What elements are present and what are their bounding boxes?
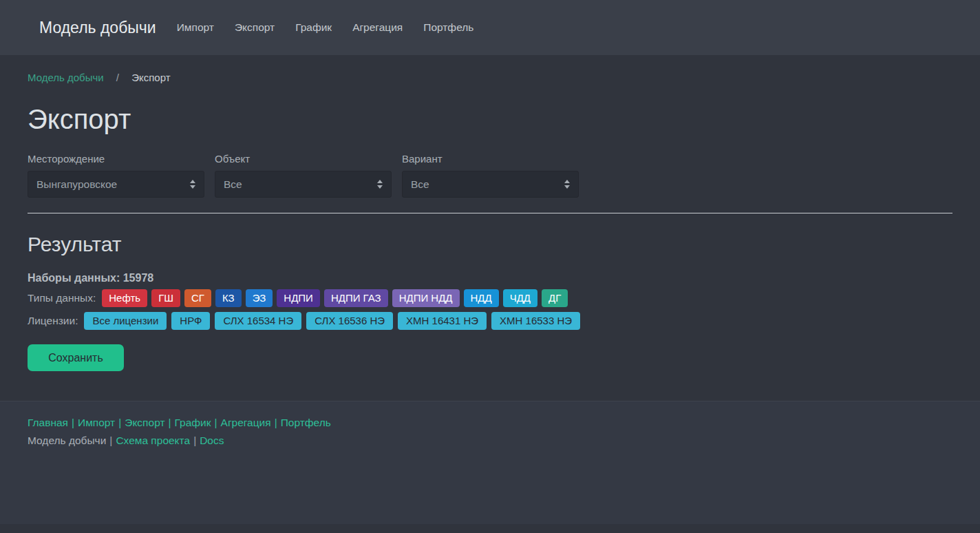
footer-link-export[interactable]: Экспорт [125, 417, 164, 428]
datasets-count-label: Наборы данных: [28, 272, 120, 284]
result-heading: Результат [0, 233, 980, 256]
license-button-all[interactable]: Все лицензии [84, 312, 167, 330]
footer-link-aggregation[interactable]: Агрегация [221, 417, 271, 428]
nav-item-portfolio[interactable]: Портфель [423, 21, 473, 34]
object-label: Объект [215, 153, 392, 165]
footer-link-project-schema[interactable]: Схема проекта [116, 435, 190, 446]
save-button[interactable]: Сохранить [28, 344, 124, 371]
nav-item-aggregation[interactable]: Агрегация [352, 21, 403, 34]
filter-field: Месторождение Вынгапуровское [28, 153, 204, 198]
filters-row: Месторождение Вынгапуровское Объект Все … [0, 153, 980, 198]
footer-separator: | [72, 417, 74, 428]
type-badge-kz[interactable]: КЗ [215, 289, 242, 307]
footer-separator: | [193, 435, 196, 446]
footer-separator: | [109, 435, 112, 446]
type-badge-sg[interactable]: СГ [184, 289, 211, 307]
section-divider [28, 213, 952, 213]
navbar: Модель добычи Импорт Экспорт График Агре… [0, 0, 980, 55]
footer: Главная|Импорт|Экспорт|График|Агрегация|… [0, 401, 980, 524]
license-button-slh-16536[interactable]: СЛХ 16536 НЭ [306, 312, 393, 330]
type-badge-ez[interactable]: ЭЗ [246, 289, 273, 307]
footer-link-chart[interactable]: График [175, 417, 211, 428]
footer-link-docs[interactable]: Docs [200, 435, 224, 446]
object-select[interactable]: Все [215, 171, 392, 198]
footer-secondary: Модель добычи|Схема проекта|Docs [28, 432, 952, 450]
breadcrumb-separator: / [116, 72, 119, 83]
footer-separator: | [169, 417, 171, 428]
app-brand[interactable]: Модель добычи [39, 19, 156, 37]
type-badge-ndpi[interactable]: НДПИ [277, 289, 320, 307]
type-badge-dg[interactable]: ДГ [542, 289, 568, 307]
type-badge-ndpi-ndd[interactable]: НДПИ НДД [392, 289, 460, 307]
type-badge-neft[interactable]: Нефть [102, 289, 147, 307]
filter-variant: Вариант Все [402, 153, 579, 198]
breadcrumb: Модель добычи / Экспорт [0, 55, 980, 83]
license-button-hmn-16533[interactable]: ХМН 16533 НЭ [491, 312, 580, 330]
footer-brand-text: Модель добычи [28, 435, 106, 446]
datasets-count-value: 15978 [123, 272, 154, 284]
type-badge-ndpi-gaz[interactable]: НДПИ ГАЗ [324, 289, 388, 307]
breadcrumb-home-link[interactable]: Модель добычи [28, 72, 104, 83]
footer-link-portfolio[interactable]: Портфель [281, 417, 331, 428]
variant-label: Вариант [402, 153, 579, 165]
object-select-value: Все [224, 178, 242, 191]
type-badge-ndd[interactable]: НДД [464, 289, 499, 307]
type-badge-gsh[interactable]: ГШ [151, 289, 180, 307]
field-label: Месторождение [28, 153, 204, 165]
footer-separator: | [275, 417, 277, 428]
nav-item-export[interactable]: Экспорт [235, 21, 275, 34]
chevron-up-down-icon [377, 180, 383, 189]
datasets-count: Наборы данных: 15978 [0, 272, 980, 284]
licenses-label: Лицензии: [28, 315, 78, 327]
export-page: Экспорт Месторождение Вынгапуровское Объ… [0, 104, 980, 371]
field-select-value: Вынгапуровское [36, 178, 117, 191]
chevron-up-down-icon [190, 180, 195, 189]
license-button-hmn-16431[interactable]: ХМН 16431 НЭ [398, 312, 487, 330]
chevron-up-down-icon [564, 180, 570, 189]
filter-object: Объект Все [215, 153, 392, 198]
footer-nav: Главная|Импорт|Экспорт|График|Агрегация|… [28, 414, 952, 432]
license-button-nrf[interactable]: НРФ [171, 312, 210, 330]
nav-item-chart[interactable]: График [295, 21, 332, 34]
breadcrumb-current: Экспорт [131, 72, 170, 83]
footer-separator: | [215, 417, 217, 428]
type-badge-chdd[interactable]: ЧДД [503, 289, 537, 307]
field-select[interactable]: Вынгапуровское [28, 171, 204, 198]
footer-link-import[interactable]: Импорт [78, 417, 115, 428]
navbar-menu: Импорт Экспорт График Агрегация Портфель [177, 21, 474, 34]
variant-select-value: Все [411, 178, 429, 191]
types-label: Типы данных: [28, 292, 96, 304]
footer-separator: | [118, 417, 121, 428]
licenses-row: Лицензии: Все лицензии НРФ СЛХ 16534 НЭ … [0, 312, 980, 330]
data-types-row: Типы данных: Нефть ГШ СГ КЗ ЭЗ НДПИ НДПИ… [0, 289, 980, 307]
page-title: Экспорт [0, 104, 980, 135]
variant-select[interactable]: Все [402, 171, 579, 198]
footer-link-home[interactable]: Главная [28, 417, 68, 428]
license-button-slh-16534[interactable]: СЛХ 16534 НЭ [215, 312, 301, 330]
nav-item-import[interactable]: Импорт [177, 21, 214, 34]
